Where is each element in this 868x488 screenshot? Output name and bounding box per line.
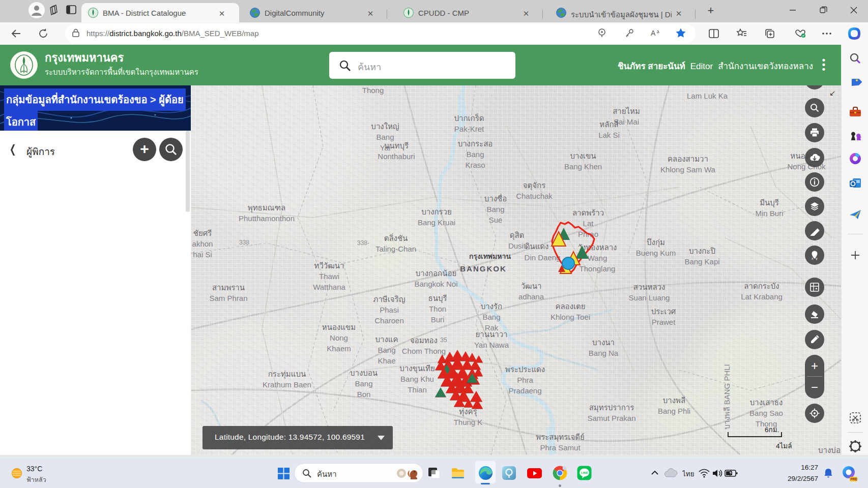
survey-marker[interactable] (551, 231, 567, 247)
windows-start-icon[interactable] (278, 468, 290, 479)
chrome-icon[interactable] (552, 465, 568, 481)
coordinates-widget[interactable]: Latitude, Longitude: 13.94572, 100.69591 (202, 426, 393, 449)
layer-search-button[interactable] (159, 138, 183, 161)
onedrive-icon[interactable] (663, 468, 678, 479)
edge-sidebar-drop-icon[interactable] (849, 208, 862, 221)
volume-icon[interactable] (711, 468, 724, 478)
read-aloud-icon[interactable]: A (649, 27, 661, 39)
tab-close-icon[interactable]: ✕ (365, 8, 376, 19)
collections-icon[interactable] (764, 27, 776, 40)
copilot-icon[interactable] (847, 26, 862, 41)
window-minimize-button[interactable] (785, 0, 800, 20)
geolocation-icon[interactable] (596, 27, 607, 39)
wifi-icon[interactable] (698, 468, 710, 478)
window-close-button[interactable] (846, 0, 861, 20)
map-tool-locate[interactable] (805, 404, 824, 423)
header-search-box[interactable]: ค้นหา (329, 52, 515, 79)
map-place-label: สวนหลวงSuan Luang (629, 282, 670, 303)
notification-bell-icon[interactable] (822, 467, 834, 479)
map-place-label: ภาษีเจริญPhasiCharoen (373, 294, 406, 326)
app-subtitle: ระบบบริหารจัดการพื้นที่เขตในกรุงเทพมหานค… (45, 66, 198, 78)
map-tool-layers[interactable] (805, 197, 824, 216)
tab-favicon (403, 7, 414, 18)
battery-icon[interactable] (725, 469, 738, 478)
add-layer-button[interactable]: + (133, 138, 156, 161)
window-restore-button[interactable] (816, 0, 831, 20)
back-icon[interactable] (10, 27, 22, 40)
settings-menu-icon[interactable] (821, 29, 833, 38)
tray-chevron-icon[interactable] (649, 469, 660, 478)
map-tool-search[interactable] (805, 98, 824, 117)
tray-language[interactable]: ไทย (682, 468, 696, 479)
password-key-icon[interactable] (624, 27, 635, 39)
map-tool-xy-location[interactable]: xy (805, 246, 824, 265)
map-tool-print[interactable] (805, 123, 824, 142)
zoom-in-button[interactable]: + (805, 359, 824, 373)
tab-close-icon[interactable]: ✕ (520, 8, 532, 19)
browser-tab-2[interactable]: DigitalCommunity✕ (243, 3, 388, 22)
map-tool-cloud-download[interactable] (805, 148, 824, 167)
edge-sidebar-search-icon[interactable] (849, 52, 862, 65)
copilot-pre-icon[interactable]: PRE (841, 465, 858, 482)
map-tool-eraser[interactable] (805, 304, 824, 324)
browser-essentials-icon[interactable] (794, 27, 807, 40)
sidebar-scrollbar[interactable] (186, 131, 190, 212)
map-tool-info[interactable] (805, 172, 824, 192)
map-tool-pencil[interactable] (805, 330, 824, 349)
browser-tab-1[interactable]: BMA - District Catalogue✕ (81, 3, 239, 22)
weather-temp[interactable]: 33°C (26, 465, 42, 473)
incident-marker[interactable] (467, 373, 478, 383)
line-app-icon[interactable]: LINE (576, 465, 592, 481)
tab-close-icon[interactable]: ✕ (216, 8, 227, 19)
search-highlight-image (396, 466, 419, 480)
browser-tab-3[interactable]: CPUDD - CMP✕ (397, 3, 543, 22)
profile-avatar[interactable] (28, 2, 45, 18)
tab-close-icon[interactable]: ✕ (673, 8, 684, 19)
workspaces-icon[interactable] (48, 4, 60, 16)
weather-condition[interactable]: ฟ้าหลัว (26, 475, 46, 485)
incident-marker[interactable] (454, 397, 465, 407)
incident-marker[interactable] (435, 387, 446, 397)
map-place-label: บางแคBangKhae (375, 334, 398, 366)
survey-marker[interactable] (562, 257, 575, 270)
taskbar-clock[interactable]: 16:2729/2/2567 (777, 462, 818, 484)
edge-browser-icon[interactable] (478, 465, 494, 481)
site-lock-icon[interactable] (70, 27, 81, 39)
edge-sidebar-settings-icon[interactable] (849, 440, 862, 453)
task-view-icon[interactable] (426, 466, 442, 481)
browser-tab-4[interactable]: ระบบนำเข้าข้อมูลผังชุมชน | DigitalC✕ (549, 3, 696, 22)
weather-icon[interactable] (10, 467, 23, 480)
map-place-label: 35 (440, 335, 447, 346)
split-screen-icon[interactable] (708, 27, 720, 40)
collapse-toolbar-icon[interactable]: ↙ (829, 88, 836, 98)
edge-sidebar-toolbox-icon[interactable] (849, 105, 862, 118)
map-tool-measure[interactable] (805, 221, 824, 240)
refresh-icon[interactable] (37, 27, 49, 40)
vertical-tabs-icon[interactable] (65, 4, 77, 16)
map-tool-basemap-gallery[interactable] (805, 278, 824, 297)
favorite-star-icon[interactable] (675, 27, 687, 39)
new-tab-button[interactable]: + (704, 4, 717, 17)
edge-sidebar-divider (848, 234, 863, 234)
header-user-info[interactable]: ชินภัทร สายะนันท์Editorสำนักงานเขตวังทอง… (618, 59, 813, 73)
incident-marker[interactable] (472, 399, 483, 409)
browser-address-bar: https://district.bangkok.go.th/BMA_SED_W… (0, 22, 868, 45)
edge-sidebar-shopping-tag-icon[interactable] (849, 76, 862, 89)
coordinates-dropdown-icon[interactable] (378, 436, 385, 440)
favorites-icon[interactable] (736, 27, 748, 40)
file-explorer-icon[interactable] (450, 466, 466, 481)
header-menu-icon[interactable]: ••• (820, 58, 828, 72)
taskbar-search-box[interactable]: ค้นหา (294, 463, 423, 483)
edge-sidebar-games-icon[interactable] (849, 129, 862, 142)
zoom-out-button[interactable]: − (805, 380, 824, 394)
edge-sidebar-snip-icon[interactable] (849, 411, 862, 424)
map-place-label: 338- (357, 238, 369, 249)
youtube-icon[interactable] (527, 466, 542, 480)
back-chevron-icon[interactable]: ❮ (10, 143, 16, 156)
photo-app-icon[interactable] (501, 465, 517, 481)
edge-sidebar-plus-icon[interactable] (849, 249, 862, 262)
map-canvas[interactable]: ThongLam Luk Kaปากเกร็ดPak-Kretบางใหญ่Ba… (191, 85, 841, 455)
edge-sidebar-m365-icon[interactable] (849, 152, 862, 165)
edge-sidebar-outlook-icon[interactable] (849, 176, 862, 190)
coordinates-text: Latitude, Longitude: 13.94572, 100.69591 (215, 433, 365, 442)
